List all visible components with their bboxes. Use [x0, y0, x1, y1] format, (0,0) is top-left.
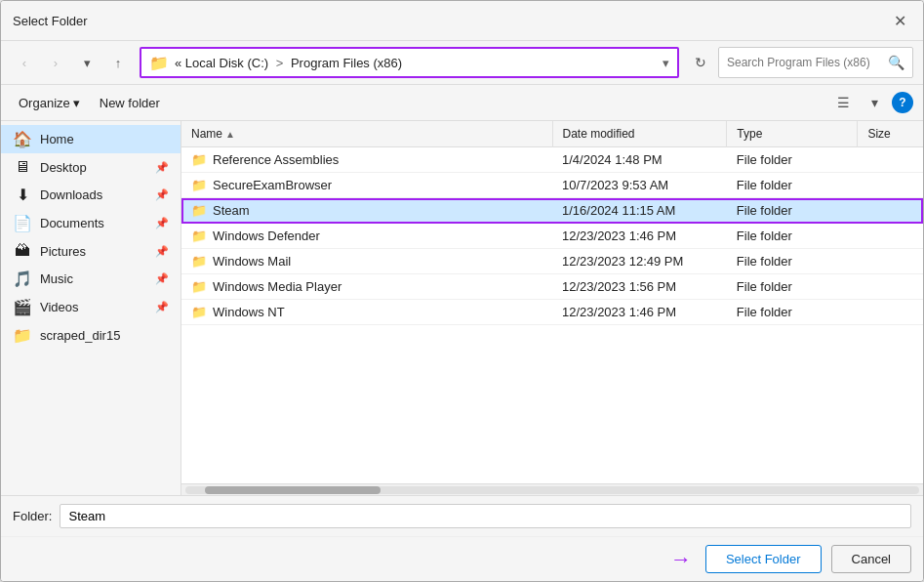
- folder-row: Folder:: [1, 496, 923, 537]
- table-row[interactable]: 📁Reference Assemblies1/4/2024 1:48 PMFil…: [181, 147, 923, 173]
- sidebar-icon-videos: 🎬: [13, 298, 32, 316]
- sidebar-item-videos[interactable]: 🎬 Videos 📌: [1, 293, 181, 321]
- view-icon: ☰: [837, 95, 850, 110]
- refresh-button[interactable]: ↻: [687, 49, 714, 76]
- file-type: File folder: [727, 249, 858, 274]
- sidebar-item-pictures[interactable]: 🏔 Pictures 📌: [1, 237, 181, 265]
- table-row[interactable]: 📁Windows Mail12/23/2023 12:49 PMFile fol…: [181, 249, 923, 274]
- hscroll-track: [185, 486, 919, 494]
- file-name: Steam: [213, 203, 250, 218]
- chevron-down-icon: ▾: [84, 56, 91, 70]
- view-button[interactable]: ☰: [829, 89, 857, 116]
- view-dropdown-button[interactable]: ▾: [861, 89, 888, 116]
- folder-icon: 📁: [149, 54, 169, 72]
- back-button[interactable]: ‹: [11, 49, 38, 76]
- file-size: [858, 224, 923, 249]
- file-type: File folder: [727, 300, 858, 325]
- file-size: [858, 198, 923, 224]
- hscroll-thumb[interactable]: [205, 486, 381, 494]
- file-list-container: Name▲Date modifiedTypeSize📁Reference Ass…: [181, 121, 923, 495]
- forward-icon: ›: [54, 56, 58, 70]
- file-date: 12/23/2023 1:46 PM: [552, 300, 727, 325]
- pin-icon-music: 📌: [155, 272, 169, 285]
- folder-label: Folder:: [13, 509, 52, 523]
- table-row[interactable]: 📁Windows Media Player12/23/2023 1:56 PMF…: [181, 274, 923, 300]
- table-row[interactable]: 📁Windows NT12/23/2023 1:46 PMFile folder: [181, 300, 923, 325]
- main-content: 🏠 Home 🖥 Desktop 📌 ⬇ Downloads 📌 📄 Docum…: [1, 121, 923, 495]
- column-header-type[interactable]: Type: [727, 121, 858, 147]
- table-row[interactable]: 📁SecureExamBrowser10/7/2023 9:53 AMFile …: [181, 173, 923, 198]
- title-bar: Select Folder ✕: [1, 1, 923, 41]
- folder-icon: 📁: [191, 229, 207, 243]
- sidebar-item-scraped[interactable]: 📁 scraped_dir15: [1, 321, 181, 350]
- sidebar-label-downloads: Downloads: [40, 187, 147, 202]
- file-size: [858, 173, 923, 198]
- folder-icon: 📁: [191, 203, 207, 218]
- view-dropdown-icon: ▾: [871, 95, 878, 110]
- organize-dropdown-icon: ▾: [73, 96, 80, 110]
- sidebar-label-music: Music: [40, 271, 147, 286]
- toolbar: Organize ▾ New folder ☰ ▾ ?: [1, 85, 923, 121]
- button-row: → Select Folder Cancel: [1, 537, 923, 581]
- search-input[interactable]: [727, 56, 882, 69]
- file-date: 12/23/2023 1:56 PM: [552, 274, 727, 300]
- sidebar-icon-documents: 📄: [13, 214, 32, 232]
- file-date: 1/16/2024 11:15 AM: [552, 198, 727, 224]
- help-button[interactable]: ?: [892, 92, 913, 113]
- file-type: File folder: [727, 198, 858, 224]
- file-size: [858, 147, 923, 173]
- file-name: Windows NT: [213, 305, 285, 319]
- column-header-size[interactable]: Size: [858, 121, 923, 147]
- file-date: 12/23/2023 1:46 PM: [552, 224, 727, 249]
- address-bar-row: ‹ › ▾ ↑ 📁 « Local Disk (C:) > Program Fi…: [1, 41, 923, 85]
- sidebar-icon-scraped: 📁: [13, 326, 32, 345]
- file-size: [858, 249, 923, 274]
- address-box[interactable]: 📁 « Local Disk (C:) > Program Files (x86…: [140, 47, 679, 78]
- sidebar-item-desktop[interactable]: 🖥 Desktop 📌: [1, 153, 181, 181]
- sidebar-icon-pictures: 🏔: [13, 242, 32, 260]
- sidebar-item-music[interactable]: 🎵 Music 📌: [1, 265, 181, 293]
- folder-icon: 📁: [191, 178, 207, 192]
- sidebar-icon-desktop: 🖥: [13, 158, 32, 176]
- column-header-name[interactable]: Name▲: [181, 121, 552, 147]
- table-row[interactable]: 📁Windows Defender12/23/2023 1:46 PMFile …: [181, 224, 923, 249]
- select-folder-dialog: Select Folder ✕ ‹ › ▾ ↑ 📁 « Local Disk (…: [0, 0, 924, 582]
- pin-icon-videos: 📌: [155, 301, 169, 313]
- sidebar-item-downloads[interactable]: ⬇ Downloads 📌: [1, 181, 181, 209]
- file-name: SecureExamBrowser: [213, 178, 332, 192]
- file-table: Name▲Date modifiedTypeSize📁Reference Ass…: [181, 121, 923, 483]
- column-header-date[interactable]: Date modified: [552, 121, 727, 147]
- organize-label: Organize: [19, 96, 70, 110]
- select-folder-button[interactable]: Select Folder: [705, 545, 822, 573]
- file-name: Reference Assemblies: [213, 152, 339, 167]
- table-row[interactable]: 📁Steam1/16/2024 11:15 AMFile folder: [181, 198, 923, 224]
- organize-button[interactable]: Organize ▾: [11, 92, 88, 114]
- horizontal-scrollbar[interactable]: [181, 483, 923, 495]
- recent-locations-button[interactable]: ▾: [73, 49, 100, 76]
- pin-icon-downloads: 📌: [155, 188, 169, 201]
- sidebar-item-home[interactable]: 🏠 Home: [1, 125, 181, 153]
- arrow-indicator: →: [670, 547, 692, 572]
- breadcrumb: « Local Disk (C:) > Program Files (x86): [175, 56, 402, 70]
- new-folder-button[interactable]: New folder: [92, 92, 168, 114]
- sidebar: 🏠 Home 🖥 Desktop 📌 ⬇ Downloads 📌 📄 Docum…: [1, 121, 181, 495]
- file-size: [858, 274, 923, 300]
- back-icon: ‹: [22, 56, 26, 70]
- file-size: [858, 300, 923, 325]
- search-box: 🔍: [718, 47, 913, 78]
- file-type: File folder: [727, 274, 858, 300]
- folder-icon: 📁: [191, 305, 207, 319]
- forward-button[interactable]: ›: [42, 49, 69, 76]
- address-dropdown-icon[interactable]: ▾: [663, 56, 669, 70]
- close-button[interactable]: ✕: [888, 9, 911, 32]
- sort-indicator-name: ▲: [225, 129, 235, 140]
- folder-input[interactable]: [60, 504, 911, 528]
- cancel-button[interactable]: Cancel: [831, 545, 911, 573]
- sidebar-item-documents[interactable]: 📄 Documents 📌: [1, 209, 181, 237]
- folder-icon: 📁: [191, 152, 207, 167]
- up-button[interactable]: ↑: [104, 49, 132, 76]
- file-name: Windows Media Player: [213, 279, 341, 294]
- folder-icon: 📁: [191, 279, 207, 294]
- pin-icon-pictures: 📌: [155, 245, 169, 258]
- sidebar-label-pictures: Pictures: [40, 244, 147, 259]
